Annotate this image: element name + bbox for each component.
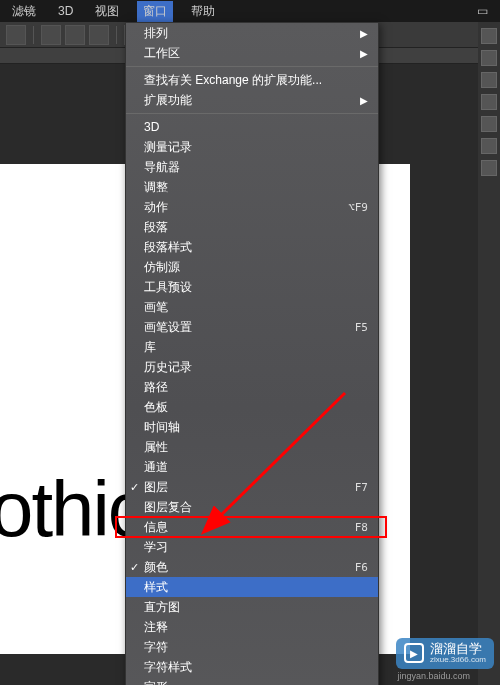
menu-help[interactable]: 帮助 xyxy=(187,1,219,22)
menu-item-label: 直方图 xyxy=(144,599,368,616)
layout-icon[interactable]: ▭ xyxy=(473,2,492,20)
menu-item[interactable]: 动作⌥F9 xyxy=(126,197,378,217)
menu-item-label: 字形 xyxy=(144,679,368,686)
menubar: 滤镜 3D 视图 窗口 帮助 ▭ xyxy=(0,0,500,22)
menu-separator xyxy=(126,113,378,114)
menu-item[interactable]: 工具预设 xyxy=(126,277,378,297)
menu-item-label: 仿制源 xyxy=(144,259,368,276)
menu-item-label: 查找有关 Exchange 的扩展功能... xyxy=(144,72,368,89)
menu-3d[interactable]: 3D xyxy=(54,2,77,20)
watermark-brand: 溜溜自学 xyxy=(430,642,486,656)
menu-item[interactable]: 排列▶ xyxy=(126,23,378,43)
menu-shortcut: F8 xyxy=(355,521,368,534)
submenu-arrow-icon: ▶ xyxy=(360,95,368,106)
menu-item-label: 样式 xyxy=(144,579,368,596)
menu-item-label: 工具预设 xyxy=(144,279,368,296)
right-panel-dock xyxy=(478,22,500,685)
menu-item[interactable]: 导航器 xyxy=(126,157,378,177)
menu-item[interactable]: 3D xyxy=(126,117,378,137)
menu-view[interactable]: 视图 xyxy=(91,1,123,22)
toolbar-divider xyxy=(33,26,34,44)
menu-item[interactable]: ✓颜色F6 xyxy=(126,557,378,577)
menu-item-label: 测量记录 xyxy=(144,139,368,156)
menu-item-label: 字符 xyxy=(144,639,368,656)
menu-item-label: 路径 xyxy=(144,379,368,396)
menu-separator xyxy=(126,66,378,67)
menu-item-label: 图层复合 xyxy=(144,499,368,516)
menu-item[interactable]: 路径 xyxy=(126,377,378,397)
menu-item[interactable]: 画笔 xyxy=(126,297,378,317)
menu-item[interactable]: 画笔设置F5 xyxy=(126,317,378,337)
check-icon: ✓ xyxy=(130,481,139,494)
menu-filter[interactable]: 滤镜 xyxy=(8,1,40,22)
menu-item-label: 段落 xyxy=(144,219,368,236)
source-caption: jingyan.baidu.com xyxy=(397,671,470,681)
menu-item[interactable]: 库 xyxy=(126,337,378,357)
watermark: ▶ 溜溜自学 zixue.3d66.com xyxy=(396,638,494,669)
panel-icon[interactable] xyxy=(481,116,497,132)
panel-icon[interactable] xyxy=(481,28,497,44)
menu-item-label: 颜色 xyxy=(144,559,355,576)
menu-item[interactable]: 直方图 xyxy=(126,597,378,617)
menu-item-label: 3D xyxy=(144,120,368,134)
panel-icon[interactable] xyxy=(481,50,497,66)
menu-item-label: 图层 xyxy=(144,479,355,496)
menu-window[interactable]: 窗口 xyxy=(137,1,173,22)
menu-item-label: 信息 xyxy=(144,519,355,536)
window-menu-dropdown: 排列▶工作区▶查找有关 Exchange 的扩展功能...扩展功能▶3D测量记录… xyxy=(125,22,379,685)
panel-icon[interactable] xyxy=(481,160,497,176)
panel-icon[interactable] xyxy=(481,72,497,88)
menu-item[interactable]: 色板 xyxy=(126,397,378,417)
tool-icon[interactable] xyxy=(41,25,61,45)
menu-item[interactable]: 段落样式 xyxy=(126,237,378,257)
menu-shortcut: F5 xyxy=(355,321,368,334)
menu-item-label: 注释 xyxy=(144,619,368,636)
menu-item[interactable]: 扩展功能▶ xyxy=(126,90,378,110)
menu-item[interactable]: 学习 xyxy=(126,537,378,557)
menu-item[interactable]: 段落 xyxy=(126,217,378,237)
menu-item[interactable]: 仿制源 xyxy=(126,257,378,277)
menu-shortcut: F6 xyxy=(355,561,368,574)
panel-icon[interactable] xyxy=(481,94,497,110)
submenu-arrow-icon: ▶ xyxy=(360,48,368,59)
menu-item[interactable]: 图层复合 xyxy=(126,497,378,517)
menu-item-label: 学习 xyxy=(144,539,368,556)
menu-item[interactable]: 字形 xyxy=(126,677,378,685)
menu-item[interactable]: 查找有关 Exchange 的扩展功能... xyxy=(126,70,378,90)
menu-item-label: 工作区 xyxy=(144,45,368,62)
canvas-text: othic xyxy=(0,464,145,555)
watermark-url: zixue.3d66.com xyxy=(430,656,486,665)
menu-item-label: 动作 xyxy=(144,199,348,216)
menu-item[interactable]: 历史记录 xyxy=(126,357,378,377)
tool-icon[interactable] xyxy=(89,25,109,45)
menu-item[interactable]: 时间轴 xyxy=(126,417,378,437)
menu-item-label: 调整 xyxy=(144,179,368,196)
menu-shortcut: ⌥F9 xyxy=(348,201,368,214)
menu-item[interactable]: ✓图层F7 xyxy=(126,477,378,497)
check-icon: ✓ xyxy=(130,561,139,574)
menu-item[interactable]: 样式 xyxy=(126,577,378,597)
menu-item[interactable]: 工作区▶ xyxy=(126,43,378,63)
menu-item[interactable]: 信息F8 xyxy=(126,517,378,537)
menu-item[interactable]: 字符样式 xyxy=(126,657,378,677)
menu-item-label: 时间轴 xyxy=(144,419,368,436)
menu-item-label: 画笔 xyxy=(144,299,368,316)
play-icon: ▶ xyxy=(404,643,424,663)
menu-item[interactable]: 字符 xyxy=(126,637,378,657)
menu-item-label: 排列 xyxy=(144,25,368,42)
menu-shortcut: F7 xyxy=(355,481,368,494)
menu-item[interactable]: 通道 xyxy=(126,457,378,477)
menu-item-label: 库 xyxy=(144,339,368,356)
panel-icon[interactable] xyxy=(481,138,497,154)
menu-item-label: 通道 xyxy=(144,459,368,476)
menu-item[interactable]: 属性 xyxy=(126,437,378,457)
tool-icon[interactable] xyxy=(65,25,85,45)
menu-item-label: 历史记录 xyxy=(144,359,368,376)
menu-item[interactable]: 调整 xyxy=(126,177,378,197)
tool-icon[interactable] xyxy=(6,25,26,45)
menu-item-label: 导航器 xyxy=(144,159,368,176)
menu-item-label: 色板 xyxy=(144,399,368,416)
menu-item[interactable]: 注释 xyxy=(126,617,378,637)
menu-item-label: 段落样式 xyxy=(144,239,368,256)
menu-item[interactable]: 测量记录 xyxy=(126,137,378,157)
